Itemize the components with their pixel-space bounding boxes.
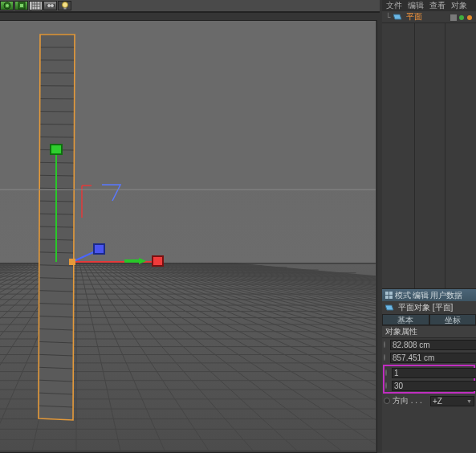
plane-object-icon <box>393 13 403 21</box>
attr-tab-basic[interactable]: 基本 <box>382 314 429 325</box>
tool-icon-2[interactable] <box>14 1 28 10</box>
tool-icon-grid[interactable] <box>29 1 43 10</box>
svg-point-12 <box>62 2 67 8</box>
svg-point-16 <box>459 15 464 20</box>
tool-icon-bulb[interactable] <box>58 1 71 10</box>
prop-anim-dot-width[interactable] <box>384 341 385 348</box>
attr-object-title-row: 平面对象 [平面] <box>382 301 476 314</box>
prop-anim-dot-wseg[interactable] <box>385 369 387 376</box>
svg-rect-3 <box>20 4 23 7</box>
dropdown-arrow-icon: ▼ <box>466 398 472 404</box>
render-dot-orange-icon[interactable] <box>466 14 473 20</box>
hierarchy-item-plane[interactable]: └ 平面 <box>382 11 476 22</box>
svg-rect-19 <box>389 292 393 295</box>
svg-rect-18 <box>385 292 389 295</box>
om-tab-file[interactable]: 文件 <box>384 1 405 10</box>
svg-rect-21 <box>389 296 393 299</box>
layer-badge-icon[interactable] <box>450 14 457 20</box>
svg-marker-14 <box>393 14 401 19</box>
prop-anim-dot-orient[interactable] <box>384 398 390 404</box>
width-input[interactable] <box>390 340 476 350</box>
hierarchy-tree-icon: └ <box>385 13 390 21</box>
attr-section-title: 对象属性 <box>382 325 476 338</box>
prop-anim-dot-height[interactable] <box>384 354 385 361</box>
svg-rect-13 <box>63 8 66 10</box>
orientation-select[interactable]: +Z ▼ <box>430 396 474 406</box>
height-segments-input[interactable] <box>392 381 476 391</box>
om-tab-object[interactable]: 对象 <box>449 1 470 10</box>
viewport[interactable] <box>0 20 377 453</box>
svg-point-17 <box>467 15 472 20</box>
attribute-manager-menu: 模式 编辑 用户数据 <box>382 288 476 301</box>
om-tab-view[interactable]: 查看 <box>427 1 448 10</box>
prop-row-width-segments: 宽度分段 ▲▼ <box>384 366 474 379</box>
prop-row-height-segments: 高度分段 ▲▼ <box>384 379 474 392</box>
tool-icon-slider[interactable] <box>43 1 57 10</box>
attr-tabs: 基本 坐标 <box>382 314 476 325</box>
visibility-dot-green-icon[interactable] <box>458 14 465 20</box>
hierarchy-empty-area <box>382 22 476 288</box>
om-tab-edit[interactable]: 编辑 <box>405 1 426 10</box>
svg-rect-4 <box>32 2 40 10</box>
svg-marker-22 <box>385 305 393 310</box>
prop-row-height: 高度 . . . ▲▼ <box>382 351 476 364</box>
right-panel: 文件 编辑 查看 对象 └ 平面 模式 编辑 用户数据 <box>382 0 476 453</box>
svg-point-11 <box>51 4 54 7</box>
prop-row-width: 宽度 . . . ▲▼ <box>382 338 476 351</box>
hierarchy-item-label: 平面 <box>406 11 422 22</box>
svg-point-1 <box>6 4 9 7</box>
svg-rect-15 <box>450 14 457 21</box>
tool-icon-1[interactable] <box>0 1 14 10</box>
attr-plane-icon <box>385 304 395 312</box>
prop-row-orientation: 方向 . . . +Z ▼ <box>382 394 476 407</box>
highlighted-segment-props: 宽度分段 ▲▼ 高度分段 ▲▼ <box>383 365 475 394</box>
width-segments-input[interactable] <box>392 368 476 378</box>
orientation-value: +Z <box>433 397 442 406</box>
attr-object-title: 平面对象 [平面] <box>398 302 453 313</box>
height-input[interactable] <box>390 353 476 363</box>
attr-menu-icon[interactable] <box>385 292 393 300</box>
top-toolbar <box>0 0 380 13</box>
hierarchy-badges <box>450 14 476 20</box>
attr-menu-userdata[interactable]: 用户数据 <box>430 290 462 301</box>
svg-rect-20 <box>385 296 389 299</box>
attr-tab-coord[interactable]: 坐标 <box>429 314 477 325</box>
object-manager-tabs: 文件 编辑 查看 对象 <box>382 0 476 11</box>
attr-menu-edit[interactable]: 编辑 <box>413 290 429 301</box>
viewport-canvas[interactable] <box>0 21 376 451</box>
prop-label-orient: 方向 . . . <box>393 395 428 406</box>
prop-anim-dot-hseg[interactable] <box>385 382 387 389</box>
attr-menu-mode[interactable]: 模式 <box>395 290 411 301</box>
svg-point-10 <box>47 4 51 7</box>
